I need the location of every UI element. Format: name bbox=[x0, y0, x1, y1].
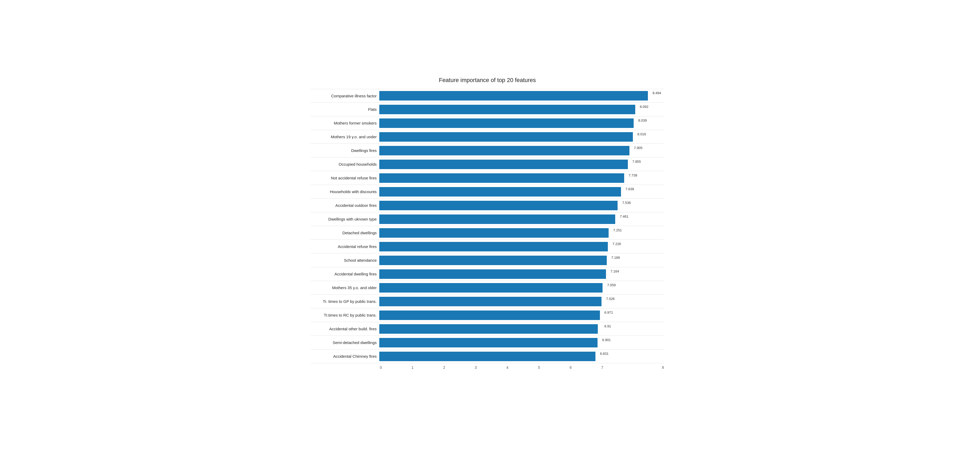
x-tick: 0 bbox=[379, 365, 411, 369]
bar-label: Accidental Chimney fires bbox=[311, 354, 379, 358]
bar-row: Not accidental refuse fires7.738 bbox=[311, 171, 664, 185]
bar-row: Occupied households7.855 bbox=[311, 158, 664, 171]
bar-label: Occupied households bbox=[311, 162, 379, 166]
bar-track: 7.164 bbox=[379, 267, 664, 281]
bar-row: School attendance7.189 bbox=[311, 254, 664, 267]
bar-value: 7.536 bbox=[622, 201, 631, 205]
bar-fill: 6.831 bbox=[379, 352, 595, 361]
bar-row: Accidental outdoor fires7.536 bbox=[311, 199, 664, 213]
bar-value: 7.164 bbox=[611, 269, 619, 273]
bar-fill: 7.189 bbox=[379, 256, 607, 265]
x-tick: 6 bbox=[569, 365, 601, 369]
bar-label: Mothers 35 y.o. and older bbox=[311, 286, 379, 290]
bar-label: School attendance bbox=[311, 258, 379, 262]
bar-fill: 7.855 bbox=[379, 160, 628, 169]
bar-fill: 7.026 bbox=[379, 297, 601, 306]
bar-value: 7.226 bbox=[612, 242, 621, 246]
bar-track: 7.905 bbox=[379, 144, 664, 157]
bar-label: Tr. times to GP by public trans. bbox=[311, 299, 379, 304]
chart-container: Feature importance of top 20 features Co… bbox=[305, 69, 675, 380]
bar-value: 7.855 bbox=[632, 160, 641, 163]
chart-area: Comparative illness factor8.494Flats8.09… bbox=[311, 89, 664, 363]
bar-row: Semi-detached dwellings6.901 bbox=[311, 336, 664, 350]
bar-row: Accidental other build. fires6.91 bbox=[311, 322, 664, 336]
bar-row: Dwellings with uknown type7.461 bbox=[311, 213, 664, 226]
bar-value: 8.039 bbox=[638, 118, 647, 122]
bar-label: Mothers former smokers bbox=[311, 121, 379, 125]
bar-track: 6.901 bbox=[379, 336, 664, 349]
bar-track: 6.91 bbox=[379, 322, 664, 336]
bar-value: 6.971 bbox=[605, 310, 613, 315]
bar-row: Mothers 19 y.o. and under8.016 bbox=[311, 130, 664, 144]
bar-label: Dwellings with uknown type bbox=[311, 217, 379, 221]
bar-track: 7.738 bbox=[379, 171, 664, 185]
bar-label: Tr.times to RC by public trans. bbox=[311, 313, 379, 317]
bar-fill: 7.536 bbox=[379, 201, 617, 210]
bar-fill: 7.226 bbox=[379, 242, 608, 251]
bar-track: 7.855 bbox=[379, 158, 664, 171]
bar-value: 7.461 bbox=[620, 214, 628, 219]
bar-track: 7.026 bbox=[379, 295, 664, 308]
bar-label: Accidental refuse fires bbox=[311, 244, 379, 249]
bar-fill: 7.461 bbox=[379, 214, 615, 224]
bar-fill: 8.039 bbox=[379, 118, 634, 128]
bar-fill: 8.092 bbox=[379, 105, 635, 114]
bar-track: 7.226 bbox=[379, 240, 664, 253]
bar-label: Semi-detached dwellings bbox=[311, 340, 379, 345]
bar-track: 8.016 bbox=[379, 130, 664, 144]
bar-fill: 6.901 bbox=[379, 338, 598, 347]
bar-track: 6.831 bbox=[379, 350, 664, 363]
bar-track: 8.494 bbox=[379, 89, 664, 102]
bar-row: Accidental Chimney fires6.831 bbox=[311, 350, 664, 363]
bar-value: 7.026 bbox=[606, 297, 615, 301]
bar-value: 7.638 bbox=[625, 187, 634, 191]
bar-track: 7.536 bbox=[379, 199, 664, 212]
bar-row: Mothers 35 y.o. and older7.059 bbox=[311, 281, 664, 295]
bar-value: 8.494 bbox=[652, 91, 661, 95]
bar-label: Flats bbox=[311, 107, 379, 112]
bar-row: Comparative illness factor8.494 bbox=[311, 89, 664, 102]
bar-track: 7.638 bbox=[379, 185, 664, 198]
bar-label: Accidental other build. fires bbox=[311, 327, 379, 331]
bar-fill: 7.905 bbox=[379, 146, 630, 155]
chart-title: Feature importance of top 20 features bbox=[311, 77, 664, 84]
bar-value: 7.738 bbox=[628, 173, 637, 177]
x-tick: 5 bbox=[538, 365, 569, 369]
x-tick: 3 bbox=[474, 365, 506, 369]
bar-row: Accidental dwelling fires7.164 bbox=[311, 267, 664, 281]
bar-track: 7.059 bbox=[379, 281, 664, 294]
x-axis: 012345678 bbox=[379, 365, 664, 369]
bar-label: Dwellings fires bbox=[311, 148, 379, 153]
bar-row: Dwellings fires7.905 bbox=[311, 144, 664, 158]
bar-track: 7.251 bbox=[379, 226, 664, 240]
bar-value: 6.91 bbox=[605, 324, 611, 328]
bar-fill: 7.059 bbox=[379, 283, 603, 292]
bar-row: Detached dwellings7.251 bbox=[311, 226, 664, 240]
bar-fill: 8.494 bbox=[379, 91, 648, 101]
bar-value: 8.092 bbox=[640, 105, 648, 109]
bar-label: Mothers 19 y.o. and under bbox=[311, 134, 379, 139]
bar-track: 7.189 bbox=[379, 254, 664, 267]
bar-row: Mothers former smokers8.039 bbox=[311, 116, 664, 130]
bar-fill: 7.638 bbox=[379, 187, 621, 197]
bar-fill: 7.251 bbox=[379, 228, 609, 238]
bar-fill: 6.971 bbox=[379, 310, 600, 320]
bar-value: 6.901 bbox=[602, 338, 611, 342]
bar-label: Households with discounts bbox=[311, 189, 379, 194]
bar-row: Households with discounts7.638 bbox=[311, 185, 664, 199]
bar-fill: 7.738 bbox=[379, 173, 624, 183]
bar-row: Accidental refuse fires7.226 bbox=[311, 240, 664, 254]
bar-value: 7.189 bbox=[611, 256, 620, 260]
x-tick: 1 bbox=[411, 365, 442, 369]
bar-track: 8.092 bbox=[379, 102, 664, 116]
bar-label: Comparative illness factor bbox=[311, 94, 379, 98]
bar-label: Detached dwellings bbox=[311, 230, 379, 235]
bar-track: 6.971 bbox=[379, 308, 664, 322]
bar-row: Tr. times to GP by public trans.7.026 bbox=[311, 295, 664, 308]
bar-value: 7.059 bbox=[607, 283, 616, 287]
bar-track: 8.039 bbox=[379, 116, 664, 130]
bar-label: Accidental outdoor fires bbox=[311, 203, 379, 208]
bar-fill: 7.164 bbox=[379, 269, 606, 279]
bar-row: Flats8.092 bbox=[311, 102, 664, 116]
x-tick: 4 bbox=[506, 365, 538, 369]
